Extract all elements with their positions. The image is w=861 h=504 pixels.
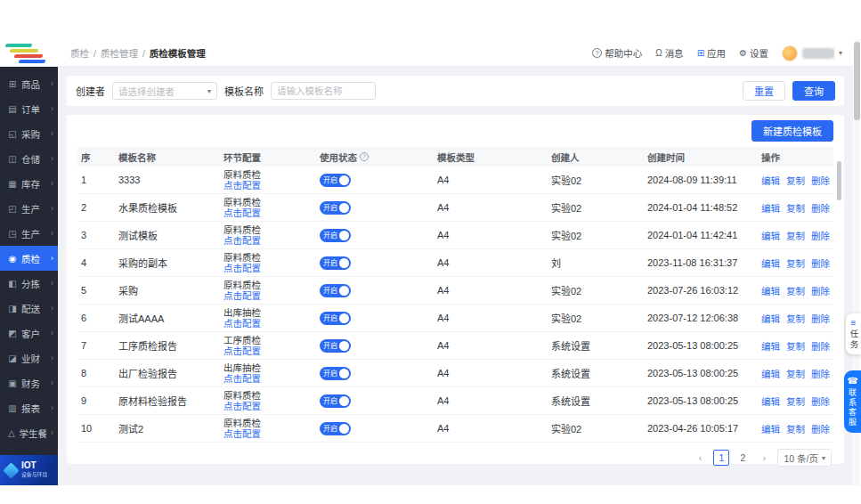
edit-link[interactable]: 编辑 xyxy=(761,229,780,242)
status-toggle-on[interactable]: 开启 xyxy=(320,256,351,270)
edit-link[interactable]: 编辑 xyxy=(761,256,780,270)
creator-select[interactable]: 请选择创建者 ▾ xyxy=(112,82,217,100)
copy-link[interactable]: 复制 xyxy=(786,394,805,408)
edit-link[interactable]: 编辑 xyxy=(761,174,780,187)
help-center-button[interactable]: ? 帮助中心 xyxy=(592,46,642,60)
edit-link[interactable]: 编辑 xyxy=(761,284,780,297)
delete-link[interactable]: 删除 xyxy=(811,229,830,242)
configure-link[interactable]: 点击配置 xyxy=(223,180,313,191)
configure-link[interactable]: 点击配置 xyxy=(223,428,313,440)
configure-link[interactable]: 点击配置 xyxy=(223,235,313,247)
sidebar-item-采购[interactable]: ◱ 采购 › xyxy=(0,121,58,146)
delete-link[interactable]: 删除 xyxy=(811,367,830,380)
delete-link[interactable]: 删除 xyxy=(811,201,830,215)
tasks-float-button[interactable]: ≡ 任务 xyxy=(846,313,861,354)
operations-cell: 编辑 复制 删除 xyxy=(758,422,833,435)
topbar-actions: ? 帮助中心 Ω 消息 ⊞ 应用 ⚙ 设置 ▾ xyxy=(592,45,853,61)
app-logo[interactable] xyxy=(0,40,58,67)
reset-button[interactable]: 重置 xyxy=(743,81,785,101)
configure-link[interactable]: 点击配置 xyxy=(223,318,313,329)
apps-button[interactable]: ⊞ 应用 xyxy=(697,46,726,60)
configure-link[interactable]: 点击配置 xyxy=(223,290,313,302)
copy-link[interactable]: 复制 xyxy=(786,339,805,353)
copy-link[interactable]: 复制 xyxy=(786,174,805,187)
copy-link[interactable]: 复制 xyxy=(786,312,805,325)
table-scrollbar-thumb[interactable] xyxy=(837,161,841,200)
operations-cell: 编辑 复制 删除 xyxy=(758,284,833,297)
configure-link[interactable]: 点击配置 xyxy=(223,401,313,412)
edit-link[interactable]: 编辑 xyxy=(761,367,780,380)
status-toggle-on[interactable]: 开启 xyxy=(320,367,351,380)
status-toggle-on[interactable]: 开启 xyxy=(320,422,351,435)
new-template-button[interactable]: 新建质检模板 xyxy=(751,120,833,142)
messages-button[interactable]: Ω 消息 xyxy=(655,46,683,60)
copy-link[interactable]: 复制 xyxy=(786,229,805,242)
copy-link[interactable]: 复制 xyxy=(786,367,805,380)
delete-link[interactable]: 删除 xyxy=(811,284,830,297)
status-toggle-on[interactable]: 开启 xyxy=(320,229,351,242)
sidebar-item-客户[interactable]: ◩ 客户 › xyxy=(0,321,58,345)
configure-link[interactable]: 点击配置 xyxy=(223,263,313,274)
sidebar-item-生产[interactable]: ◰ 生产 › xyxy=(0,196,58,221)
sidebar-item-商品[interactable]: ⊞ 商品 › xyxy=(0,71,58,96)
page-button-1[interactable]: 1 xyxy=(713,450,729,466)
sidebar-item-订单[interactable]: ▤ 订单 › xyxy=(0,96,58,121)
page-size-select[interactable]: 10 条/页 ▾ xyxy=(777,449,832,467)
status-toggle-on[interactable]: 开启 xyxy=(320,339,351,353)
sidebar-item-学生餐[interactable]: △ 学生餐 › xyxy=(0,420,58,445)
copy-link[interactable]: 复制 xyxy=(786,256,805,270)
user-menu[interactable]: ▾ xyxy=(782,45,842,61)
sidebar-item-业财[interactable]: ◪ 业财 › xyxy=(0,345,58,370)
configure-link[interactable]: 点击配置 xyxy=(223,373,313,385)
delete-link[interactable]: 删除 xyxy=(811,422,830,435)
breadcrumb-item[interactable]: 质检 xyxy=(70,46,89,60)
status-toggle-on[interactable]: 开启 xyxy=(320,201,351,215)
creator-cell: 系统设置 xyxy=(548,366,644,380)
sidebar-item-生产[interactable]: ◳ 生产 › xyxy=(0,221,58,246)
status-info-icon[interactable]: ? xyxy=(360,152,369,161)
page-button-2[interactable]: 2 xyxy=(735,450,751,466)
edit-link[interactable]: 编辑 xyxy=(761,201,780,215)
next-page-button[interactable]: › xyxy=(756,450,772,466)
status-toggle-on[interactable]: 开启 xyxy=(320,174,351,187)
delete-link[interactable]: 删除 xyxy=(811,312,830,325)
sidebar-item-报表[interactable]: ▥ 报表 › xyxy=(0,395,58,420)
delete-link[interactable]: 删除 xyxy=(811,339,830,353)
reports-icon: ▥ xyxy=(7,403,18,413)
sidebar-item-库存[interactable]: ▦ 库存 › xyxy=(0,171,58,196)
breadcrumb-separator: / xyxy=(142,48,145,59)
status-toggle-on[interactable]: 开启 xyxy=(320,312,351,325)
delete-link[interactable]: 删除 xyxy=(811,256,830,270)
edit-link[interactable]: 编辑 xyxy=(761,394,780,408)
prev-page-button[interactable]: ‹ xyxy=(692,450,708,466)
edit-link[interactable]: 编辑 xyxy=(761,339,780,353)
logo-bar-blue xyxy=(18,60,45,63)
finance-icon: ▣ xyxy=(7,378,18,388)
configure-link[interactable]: 点击配置 xyxy=(223,345,313,357)
copy-link[interactable]: 复制 xyxy=(786,422,805,435)
delete-link[interactable]: 删除 xyxy=(811,394,830,408)
copy-link[interactable]: 复制 xyxy=(786,201,805,215)
copy-link[interactable]: 复制 xyxy=(786,284,805,297)
iot-footer[interactable]: IOT 设备与环境 xyxy=(0,455,58,485)
operations-cell: 编辑 复制 删除 xyxy=(758,339,833,353)
status-toggle-on[interactable]: 开启 xyxy=(320,284,351,297)
settings-button[interactable]: ⚙ 设置 xyxy=(739,46,768,60)
search-button[interactable]: 查询 xyxy=(792,81,835,101)
stage-name: 原料质检 xyxy=(223,169,313,181)
sidebar-item-配送[interactable]: ◨ 配送 › xyxy=(0,296,58,321)
breadcrumb-item[interactable]: 质检管理 xyxy=(101,46,138,60)
configure-link[interactable]: 点击配置 xyxy=(223,207,313,219)
sidebar-item-仓储[interactable]: ◫ 仓储 › xyxy=(0,146,58,171)
sidebar-item-财务[interactable]: ▣ 财务 › xyxy=(0,370,58,395)
status-toggle-on[interactable]: 开启 xyxy=(320,394,351,408)
page-scrollbar-thumb[interactable] xyxy=(854,42,860,120)
template-name-cell: 3333 xyxy=(115,175,220,185)
contact-service-float-button[interactable]: ☎ 联系客服 xyxy=(844,370,861,433)
delete-link[interactable]: 删除 xyxy=(811,174,830,187)
edit-link[interactable]: 编辑 xyxy=(761,422,780,435)
sidebar-item-质检[interactable]: ◉ 质检 › xyxy=(0,246,58,271)
sidebar-item-分拣[interactable]: ◧ 分拣 › xyxy=(0,271,58,296)
template-name-input[interactable] xyxy=(271,82,376,100)
edit-link[interactable]: 编辑 xyxy=(761,312,780,325)
